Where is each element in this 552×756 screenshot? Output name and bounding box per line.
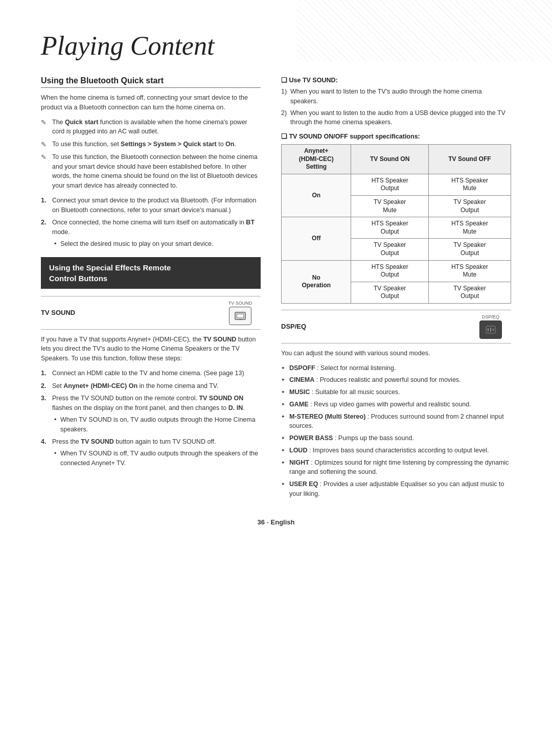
tv-sound-step-3: 3. Press the TV SOUND button on the remo…: [41, 394, 261, 434]
dsp-item-powerbass: POWER BASS : Pumps up the bass sound.: [281, 433, 511, 443]
tv-sound-step-2: 2. Set Anynet+ (HDMI-CEC) On in the home…: [41, 381, 261, 391]
dsp-icon: [485, 325, 496, 334]
use-tv-sound-list: 1) When you want to listen to the TV's a…: [281, 87, 511, 127]
table-row-noop: NoOperation HTS SpeakerOutput HTS Speake…: [282, 260, 511, 282]
use-tv-item-1: 1) When you want to listen to the TV's a…: [281, 87, 511, 106]
table-header-setting: Anynet+(HDMI-CEC)Setting: [282, 145, 351, 174]
dsp-item-loud: LOUD : Improves bass sound characteristi…: [281, 446, 511, 455]
pencil-item-3: To use this function, the Bluetooth conn…: [41, 152, 261, 191]
dsp-item-usereq: USER EQ : Provides a user adjustable Equ…: [281, 479, 511, 499]
tv-sound-icon-label: TV SOUND: [220, 301, 261, 306]
bluetooth-step-2: 2. Once connected, the home cinema will …: [41, 218, 261, 248]
dsp-eq-label: DSP/EQ: [281, 323, 470, 330]
table-cell-off-soundon-1: HTS SpeakerOutput: [351, 217, 428, 239]
dsp-item-dspoff: DSPOFF : Select for normal listening.: [281, 363, 511, 373]
tv-sound-icon-box: TV SOUND: [220, 301, 261, 325]
bluetooth-section: Using the Bluetooth Quick start When the…: [41, 76, 261, 249]
table-cell-off-header: Off: [282, 217, 351, 260]
table-cell-on-header: On: [282, 174, 351, 217]
dsp-item-mstereo: M-STEREO (Multi Stereo) : Produces surro…: [281, 412, 511, 431]
tv-sound-sub-2: When TV SOUND is off, TV audio outputs t…: [52, 449, 261, 468]
dsp-eq-row: DSP/EQ DSP/EQ: [281, 310, 511, 343]
dsp-eq-icon-label: DSP/EQ: [470, 314, 511, 319]
dsp-item-night: NIGHT : Optimizes sound for night time l…: [281, 458, 511, 477]
tv-sound-button-icon: [229, 307, 251, 325]
main-content: Using the Bluetooth Quick start When the…: [41, 76, 511, 503]
page-title: Playing Content: [41, 31, 511, 61]
dsp-eq-list: DSPOFF : Select for normal listening. CI…: [281, 363, 511, 499]
table-header-on: TV Sound ON: [351, 145, 428, 174]
table-cell-on-soundon-1: HTS SpeakerOutput: [351, 174, 428, 195]
dsp-eq-body: You can adjust the sound with various so…: [281, 349, 511, 358]
table-cell-off-soundoff-2: TV SpeakerOutput: [428, 239, 511, 260]
bluetooth-pencil-list: The Quick start function is available wh…: [41, 118, 261, 191]
bluetooth-heading: Using the Bluetooth Quick start: [41, 76, 261, 88]
right-column: ❑ Use TV SOUND: 1) When you want to list…: [281, 76, 511, 503]
table-cell-on-soundoff-1: HTS SpeakerMute: [428, 174, 511, 195]
tv-sound-sub-1: When TV SOUND is on, TV audio outputs th…: [52, 415, 261, 434]
table-cell-off-soundoff-1: HTS SpeakerMute: [428, 217, 511, 239]
page-number: 36 - English: [41, 518, 511, 526]
table-cell-on-soundon-2: TV SpeakerMute: [351, 195, 428, 217]
dsp-item-music: MUSIC : Suitable for all music sources.: [281, 387, 511, 397]
table-cell-noop-soundoff-1: HTS SpeakerMute: [428, 260, 511, 282]
special-effects-title: Using the Special Effects Remote Control…: [49, 262, 252, 284]
tv-sound-label: TV SOUND: [41, 309, 220, 316]
tv-sound-body: If you have a TV that supports Anynet+ (…: [41, 335, 261, 363]
dsp-item-cinema: CINEMA : Produces realistic and powerful…: [281, 375, 511, 385]
dsp-eq-button-icon: [479, 320, 502, 339]
tv-sound-step-4: 4. Press the TV SOUND button again to tu…: [41, 437, 261, 468]
bluetooth-step-1: 1. Connect your smart device to the prod…: [41, 196, 261, 215]
pencil-item-1: The Quick start function is available wh…: [41, 118, 261, 137]
table-row-off: Off HTS SpeakerOutput HTS SpeakerMute: [282, 217, 511, 239]
tv-sound-step-1: 1. Connect an HDMI cable to the TV and h…: [41, 369, 261, 378]
special-effects-box: Using the Special Effects Remote Control…: [41, 257, 261, 289]
bluetooth-intro: When the home cinema is turned off, conn…: [41, 93, 261, 112]
table-cell-on-soundoff-2: TV SpeakerOutput: [428, 195, 511, 217]
table-row-on: On HTS SpeakerOutput HTS SpeakerMute: [282, 174, 511, 195]
tv-sound-steps: 1. Connect an HDMI cable to the TV and h…: [41, 369, 261, 468]
svg-rect-1: [237, 314, 244, 318]
dsp-eq-icon-box: DSP/EQ: [470, 314, 511, 339]
tv-sound-spec-label: ❑ TV SOUND ON/OFF support specifications…: [281, 132, 511, 140]
bluetooth-sub-1: Select the desired music to play on your…: [52, 239, 261, 249]
pencil-item-2: To use this function, set Settings > Sys…: [41, 140, 261, 149]
dsp-item-game: GAME : Revs up video games with powerful…: [281, 400, 511, 409]
left-column: Using the Bluetooth Quick start When the…: [41, 76, 261, 503]
use-tv-item-2: 2) When you want to listen to the audio …: [281, 108, 511, 128]
tv-sound-table: Anynet+(HDMI-CEC)Setting TV Sound ON TV …: [281, 144, 511, 304]
table-cell-noop-soundon-1: HTS SpeakerOutput: [351, 260, 428, 282]
tv-icon: [235, 311, 246, 320]
bluetooth-steps: 1. Connect your smart device to the prod…: [41, 196, 261, 249]
table-cell-off-soundon-2: TV SpeakerOutput: [351, 239, 428, 260]
table-cell-noop-soundoff-2: TV SpeakerOutput: [428, 282, 511, 303]
use-tv-sound-label: ❑ Use TV SOUND:: [281, 76, 511, 84]
table-cell-noop-soundon-2: TV SpeakerOutput: [351, 282, 428, 303]
table-cell-noop-header: NoOperation: [282, 260, 351, 303]
table-header-off: TV Sound OFF: [428, 145, 511, 174]
tv-sound-row: TV SOUND TV SOUND: [41, 296, 261, 330]
